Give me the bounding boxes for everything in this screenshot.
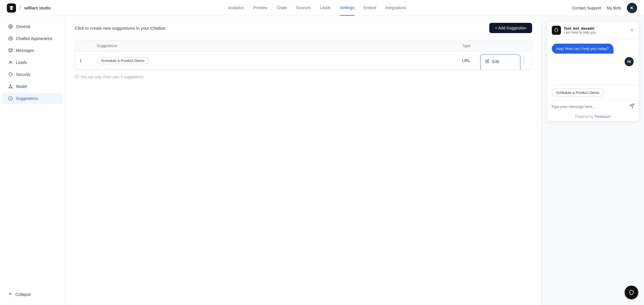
my-bots-link[interactable]: My Bots — [607, 6, 621, 10]
sidebar-label-model: Model — [16, 84, 27, 89]
sidebar-item-suggestions[interactable]: Suggestions — [2, 93, 63, 104]
sidebar-item-chatbot-appearance[interactable]: Chatbot Appearance — [2, 33, 63, 44]
sidebar-item-leads[interactable]: Leads — [2, 57, 63, 68]
chat-panel: Test_bot_devadri I am here to help you ✕… — [541, 16, 644, 305]
content-header: Click to create new suggestions in your … — [75, 23, 532, 33]
svg-point-4 — [10, 61, 11, 62]
tab-sources[interactable]: Sources — [296, 0, 311, 16]
sidebar-item-messages[interactable]: Messages — [2, 45, 63, 56]
delete-label: Delete — [492, 69, 504, 70]
edit-icon — [485, 59, 489, 64]
content-title: Click to create new suggestions in your … — [75, 26, 165, 31]
collapse-icon — [8, 292, 13, 297]
dropdown-menu: Edit Delete — [480, 54, 520, 70]
chat-bot-subtitle: I am here to help you — [564, 31, 596, 35]
sidebar-item-general[interactable]: General — [2, 21, 63, 32]
chat-widget: Test_bot_devadri I am here to help you ✕… — [547, 22, 638, 121]
add-suggestion-button[interactable]: + Add Suggestion — [489, 23, 532, 33]
svg-line-8 — [9, 86, 11, 88]
model-icon — [8, 84, 13, 89]
chat-brand: Thinkstack — [594, 115, 610, 119]
sidebar-label-appearance: Chatbot Appearance — [16, 36, 53, 41]
delete-icon — [485, 69, 489, 70]
collapse-button[interactable]: Collapse — [2, 289, 63, 300]
tab-integrations[interactable]: Integrations — [385, 0, 406, 16]
col-actions — [515, 40, 532, 51]
delete-option[interactable]: Delete — [481, 66, 520, 70]
tab-chats[interactable]: Chats — [277, 0, 287, 16]
edit-label: Edit — [492, 59, 499, 64]
chat-suggestion-button[interactable]: Schedule a Product Demo — [552, 88, 604, 97]
chat-bot-info: Test_bot_devadri I am here to help you — [564, 26, 596, 35]
logo-icon — [7, 3, 16, 13]
sidebar-label-security: Security — [16, 72, 31, 77]
appearance-icon — [8, 36, 13, 41]
header: / willliam studio Analytics Preview Chat… — [0, 0, 644, 16]
app-name: willliam studio — [24, 5, 51, 10]
edit-option[interactable]: Edit — [481, 56, 520, 66]
chat-send-button[interactable] — [629, 103, 634, 110]
col-suggestions: Suggestions — [92, 40, 458, 51]
sidebar-label-general: General — [16, 24, 30, 29]
suggestions-table: Suggestions Type 1 Schedule a Product De… — [75, 40, 532, 70]
chat-powered-by: Powered by Thinkstack — [547, 112, 638, 121]
svg-point-1 — [9, 37, 12, 40]
logo-wrap: / willliam studio — [7, 3, 51, 13]
table-row: 1 Schedule a Product Demo URL ⋮ Edit — [75, 52, 532, 70]
collapse-label: Collapse — [15, 292, 31, 297]
chat-hi-badge: Hi — [625, 57, 634, 66]
row-actions: ⋮ Edit Delete — [515, 52, 532, 69]
main-layout: General Chatbot Appearance Messages Lead… — [0, 16, 644, 305]
svg-point-0 — [10, 26, 11, 27]
sidebar-label-leads: Leads — [16, 60, 27, 65]
more-options-button[interactable]: ⋮ — [519, 56, 528, 65]
chat-bot-name: Test_bot_devadri — [564, 26, 596, 31]
col-type: Type — [458, 40, 515, 51]
chat-close-button[interactable]: ✕ — [630, 28, 634, 33]
sidebar-item-model[interactable]: Model — [2, 81, 63, 92]
chat-input-area — [547, 100, 638, 112]
chat-message-input[interactable] — [551, 104, 627, 109]
tab-analytics[interactable]: Analytics — [228, 0, 244, 16]
nav-tabs: Analytics Preview Chats Sources Leads Se… — [62, 0, 572, 16]
tab-settings[interactable]: Settings — [340, 0, 355, 16]
tab-preview[interactable]: Preview — [253, 0, 267, 16]
content-area: Click to create new suggestions in your … — [66, 16, 541, 305]
tab-embed[interactable]: Embed — [363, 0, 376, 16]
security-icon — [8, 72, 13, 77]
slash: / — [19, 5, 21, 11]
chat-greeting-bubble: Hey! How can I help you today? — [552, 44, 613, 54]
sidebar-item-security[interactable]: Security — [2, 69, 63, 80]
sidebar-label-messages: Messages — [16, 48, 34, 53]
sidebar: General Chatbot Appearance Messages Lead… — [0, 16, 66, 305]
svg-point-5 — [10, 85, 11, 86]
suggestion-tag: Schedule a Product Demo — [97, 57, 149, 64]
chat-header: Test_bot_devadri I am here to help you ✕ — [547, 22, 638, 39]
user-avatar[interactable]: K — [627, 3, 637, 13]
svg-point-2 — [10, 38, 11, 39]
header-right: Contact Support My Bots K — [572, 3, 637, 13]
leads-icon — [8, 60, 13, 65]
info-text: You can only show upto 6 suggestions — [75, 74, 532, 79]
chat-float-button[interactable] — [625, 286, 638, 299]
svg-line-9 — [11, 86, 12, 88]
chat-suggestion-area: Schedule a Product Demo — [547, 85, 638, 100]
info-icon — [75, 74, 79, 79]
table-header: Suggestions Type — [75, 40, 532, 52]
row-suggestion: Schedule a Product Demo — [92, 53, 458, 68]
row-index: 1 — [75, 54, 92, 67]
chat-messages: Hey! How can I help you today? Hi — [547, 39, 638, 85]
gear-icon — [8, 24, 13, 29]
info-message: You can only show upto 6 suggestions — [80, 75, 144, 79]
col-index — [75, 40, 92, 51]
tab-leads[interactable]: Leads — [320, 0, 331, 16]
sidebar-label-suggestions: Suggestions — [16, 96, 38, 101]
suggestions-icon — [8, 96, 13, 101]
sidebar-bottom: Collapse — [0, 288, 65, 300]
contact-support-link[interactable]: Contact Support — [572, 6, 601, 10]
chat-bot-icon — [552, 26, 561, 35]
messages-icon — [8, 48, 13, 53]
